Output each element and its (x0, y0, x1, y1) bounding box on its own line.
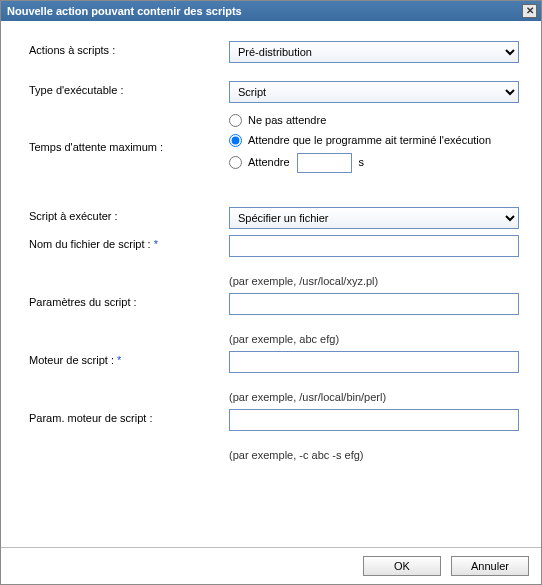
wait-label: Temps d'attente maximum : (29, 113, 229, 153)
cancel-button[interactable]: Annuler (451, 556, 529, 576)
engine-label-wrap: Moteur de script : * (29, 351, 229, 366)
engine-input[interactable] (229, 351, 519, 373)
script-file-label-wrap: Nom du fichier de script : * (29, 235, 229, 250)
wait-radio-done[interactable]: Attendre que le programme ait terminé l'… (229, 133, 519, 148)
script-to-run-label: Script à exécuter : (29, 207, 229, 222)
wait-seconds-input[interactable] (297, 153, 352, 173)
titlebar: Nouvelle action pouvant contenir des scr… (1, 1, 541, 21)
wait-radio-done-input[interactable] (229, 134, 242, 147)
script-file-label: Nom du fichier de script : (29, 238, 151, 250)
wait-radio-seconds[interactable]: Attendre s (229, 153, 519, 173)
script-file-hint: (par exemple, /usr/local/xyz.pl) (229, 275, 519, 287)
exec-type-select[interactable]: Script (229, 81, 519, 103)
params-hint: (par exemple, abc efg) (229, 333, 519, 345)
engine-params-input[interactable] (229, 409, 519, 431)
content: Actions à scripts : Pré-distribution Typ… (1, 21, 541, 547)
engine-params-label: Param. moteur de script : (29, 409, 229, 424)
wait-radio-seconds-label: Attendre (248, 155, 290, 170)
close-icon: ✕ (526, 6, 534, 16)
wait-radio-done-label: Attendre que le programme ait terminé l'… (248, 133, 491, 148)
close-button[interactable]: ✕ (522, 4, 537, 18)
actions-select[interactable]: Pré-distribution (229, 41, 519, 63)
script-file-required: * (154, 238, 158, 250)
dialog: Nouvelle action pouvant contenir des scr… (0, 0, 542, 585)
params-label: Paramètres du script : (29, 293, 229, 308)
dialog-title: Nouvelle action pouvant contenir des scr… (7, 5, 522, 17)
wait-radio-no-wait[interactable]: Ne pas attendre (229, 113, 519, 128)
actions-label: Actions à scripts : (29, 41, 229, 56)
engine-required: * (117, 354, 121, 366)
engine-label: Moteur de script : (29, 354, 114, 366)
exec-type-label: Type d'exécutable : (29, 81, 229, 96)
wait-radio-no-wait-label: Ne pas attendre (248, 113, 326, 128)
wait-radiogroup: Ne pas attendre Attendre que le programm… (229, 113, 519, 173)
wait-radio-no-wait-input[interactable] (229, 114, 242, 127)
engine-params-hint: (par exemple, -c abc -s efg) (229, 449, 519, 461)
script-file-input[interactable] (229, 235, 519, 257)
button-bar: OK Annuler (1, 547, 541, 584)
engine-hint: (par exemple, /usr/local/bin/perl) (229, 391, 519, 403)
wait-radio-seconds-input[interactable] (229, 156, 242, 169)
wait-radio-seconds-unit: s (359, 155, 365, 170)
ok-button[interactable]: OK (363, 556, 441, 576)
script-to-run-select[interactable]: Spécifier un fichier (229, 207, 519, 229)
params-input[interactable] (229, 293, 519, 315)
